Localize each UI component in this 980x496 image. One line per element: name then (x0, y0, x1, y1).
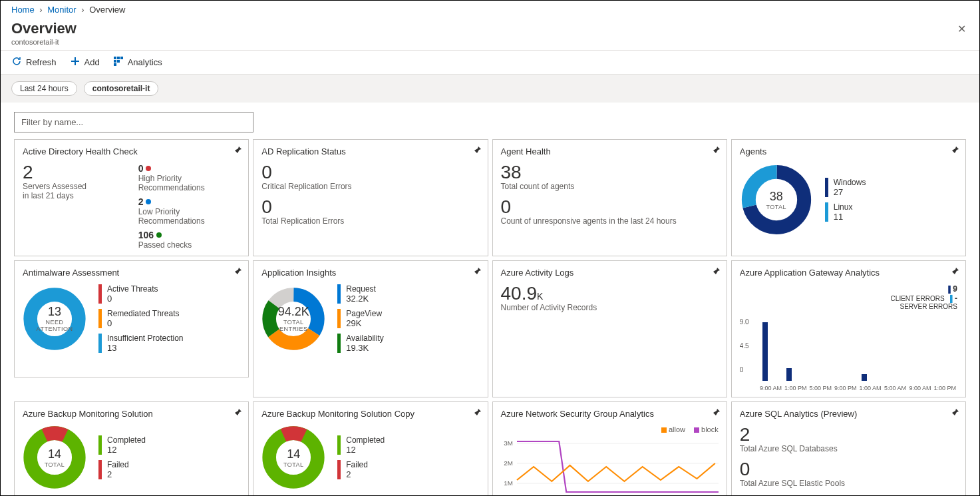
agents-donut-chart: 38TOTAL (740, 163, 813, 236)
svg-text:3M: 3M (504, 439, 513, 447)
svg-text:2M: 2M (504, 459, 513, 467)
pin-button[interactable] (472, 266, 482, 279)
chevron-right-icon: › (81, 5, 84, 15)
tile-application-insights[interactable]: Application Insights 94.2KTOTALENTRIES R… (253, 260, 488, 397)
unresponsive-agents-label: Count of unresponsive agents in the last… (501, 216, 719, 226)
analytics-label: Analytics (128, 57, 162, 67)
pin-button[interactable] (711, 145, 721, 158)
legend-windows-label: Windows (834, 178, 866, 187)
servers-assessed-label2: in last 21 days (23, 191, 125, 200)
svg-rect-2 (120, 57, 123, 59)
tile-agents[interactable]: Agents 38TOTAL Windows27 Linux11 (731, 139, 966, 256)
legend-failed-value: 2 (107, 469, 129, 479)
tile-title: Azure Network Security Group Analytics (501, 409, 719, 419)
pin-button[interactable] (232, 266, 243, 279)
error-dot-icon (146, 166, 151, 171)
page-title: Overview (11, 20, 77, 37)
legend-request-value: 32.2K (346, 294, 376, 304)
pin-button[interactable] (949, 407, 960, 420)
legend-linux-label: Linux (834, 202, 853, 212)
tile-backup-monitoring-copy[interactable]: Azure Backup Monitoring Solution Copy 14… (253, 401, 488, 496)
legend-remediated-threats-value: 0 (107, 318, 180, 328)
legend-windows-value: 27 (834, 187, 866, 197)
legend-completed-value: 12 (346, 445, 385, 455)
legend-pageview-value: 29K (346, 318, 382, 328)
breadcrumb-monitor[interactable]: Monitor (47, 5, 76, 15)
elastic-pools-label: Total Azure SQL Elastic Pools (740, 479, 957, 488)
donut-center-value: 38 (770, 190, 783, 204)
svg-text:1M: 1M (504, 479, 513, 487)
tile-sql-analytics[interactable]: Azure SQL Analytics (Preview) 2 Total Az… (731, 401, 966, 496)
legend-completed-label: Completed (107, 435, 146, 445)
tile-backup-monitoring[interactable]: Azure Backup Monitoring Solution 14TOTAL… (14, 401, 249, 496)
page-subtitle: contosoretail-it (11, 38, 77, 46)
low-priority-label: Low Priority Recommendations (138, 207, 241, 226)
sql-databases-label: Total Azure SQL Databases (740, 444, 957, 453)
svg-rect-0 (114, 57, 116, 59)
workspace-chip[interactable]: contosoretail-it (84, 81, 159, 96)
tile-title: AD Replication Status (261, 146, 479, 156)
analytics-button[interactable]: Analytics (113, 56, 162, 69)
time-range-chip[interactable]: Last 24 hours (11, 81, 77, 96)
filter-chips: Last 24 hours contosoretail-it (1, 74, 979, 103)
elastic-pools-count: 0 (740, 460, 957, 479)
legend-completed-label: Completed (346, 435, 385, 445)
donut-center-value: 14 (48, 447, 61, 461)
legend-remediated-threats-label: Remediated Threats (107, 309, 180, 318)
antimalware-donut-chart: 13NEEDATTENTION (23, 287, 86, 351)
bar-chart-legend: ▌9CLIENT ERRORS ▌-SERVER ERRORS (740, 284, 957, 310)
info-dot-icon (146, 199, 151, 204)
refresh-button[interactable]: Refresh (11, 56, 57, 69)
legend-insufficient-protection-label: Insufficient Protection (107, 334, 184, 343)
pin-button[interactable] (711, 407, 721, 420)
pin-button[interactable] (949, 145, 960, 158)
pin-button[interactable] (472, 407, 482, 420)
tile-title: Azure Backup Monitoring Solution Copy (261, 409, 479, 419)
total-errors-count: 0 (261, 198, 479, 216)
breadcrumb-home[interactable]: Home (11, 5, 35, 15)
legend-active-threats-value: 0 (107, 294, 158, 304)
tile-title: Azure SQL Analytics (Preview) (740, 409, 957, 419)
total-errors-label: Total Replication Errors (261, 216, 479, 226)
donut-center-label: TOTAL (766, 204, 786, 210)
pin-button[interactable] (472, 145, 482, 158)
backup-copy-donut-chart: 14TOTAL (261, 425, 325, 489)
tile-ad-health-check[interactable]: Active Directory Health Check 2 Servers … (14, 139, 249, 256)
tile-nsg-analytics[interactable]: Azure Network Security Group Analytics a… (492, 401, 727, 496)
tile-title: Agent Health (501, 146, 719, 156)
tile-antimalware-assessment[interactable]: Antimalware Assessment 13NEEDATTENTION A… (14, 260, 249, 377)
pin-button[interactable] (949, 266, 960, 279)
success-dot-icon (156, 232, 162, 238)
critical-errors-count: 0 (261, 163, 479, 182)
tile-app-gateway-analytics[interactable]: Azure Application Gateway Analytics ▌9CL… (731, 260, 966, 397)
app-insights-donut-chart: 94.2KTOTALENTRIES (261, 287, 325, 351)
refresh-icon (11, 56, 22, 69)
filter-by-name-input[interactable] (14, 112, 253, 132)
svg-rect-4 (117, 60, 120, 63)
tile-azure-activity-logs[interactable]: Azure Activity Logs 40.9K Number of Acti… (492, 260, 727, 397)
legend-linux-value: 11 (834, 212, 853, 222)
add-button[interactable]: Add (70, 56, 100, 69)
low-priority-count: 2 (138, 196, 144, 207)
tile-title: Azure Backup Monitoring Solution (23, 409, 240, 419)
tile-title: Agents (740, 146, 957, 156)
breadcrumb-overview: Overview (89, 5, 125, 15)
tile-title: Active Directory Health Check (23, 146, 240, 156)
tile-grid: Active Directory Health Check 2 Servers … (1, 139, 979, 496)
analytics-icon (113, 56, 124, 69)
donut-center-value: 94.2K (278, 305, 309, 319)
svg-rect-1 (117, 57, 120, 59)
add-label: Add (84, 57, 100, 67)
pin-button[interactable] (232, 407, 243, 420)
donut-center-label1: TOTAL (283, 319, 304, 326)
toolbar: Refresh Add Analytics (1, 51, 979, 74)
tile-agent-health[interactable]: Agent Health 38 Total count of agents 0 … (492, 139, 727, 256)
legend-insufficient-protection-value: 13 (107, 343, 184, 353)
close-button[interactable]: ✕ (955, 20, 969, 38)
pin-button[interactable] (711, 266, 721, 279)
tile-title: Application Insights (261, 268, 479, 278)
pin-button[interactable] (232, 145, 243, 158)
activity-records-label: Number of Activity Records (501, 303, 719, 312)
donut-center-label2: ATTENTION (37, 326, 73, 332)
tile-ad-replication-status[interactable]: AD Replication Status 0 Critical Replica… (253, 139, 488, 256)
